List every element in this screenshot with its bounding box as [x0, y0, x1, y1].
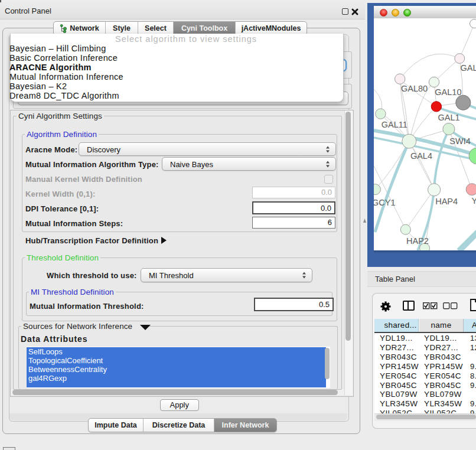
svg-text:GAL80: GAL80: [401, 84, 428, 93]
svg-text:SWI4: SWI4: [449, 136, 470, 146]
svg-text:HAP4: HAP4: [435, 197, 458, 206]
svg-text:HAP2: HAP2: [406, 236, 429, 246]
svg-text:Y: Y: [471, 196, 476, 206]
svg-text:GAL10: GAL10: [435, 87, 461, 97]
svg-text:GAL: GAL: [461, 63, 476, 73]
svg-text:GAL11: GAL11: [382, 120, 407, 129]
svg-text:GAL4: GAL4: [410, 151, 432, 161]
svg-text:GAL1: GAL1: [438, 113, 460, 122]
svg-text:GCY1: GCY1: [374, 198, 396, 207]
